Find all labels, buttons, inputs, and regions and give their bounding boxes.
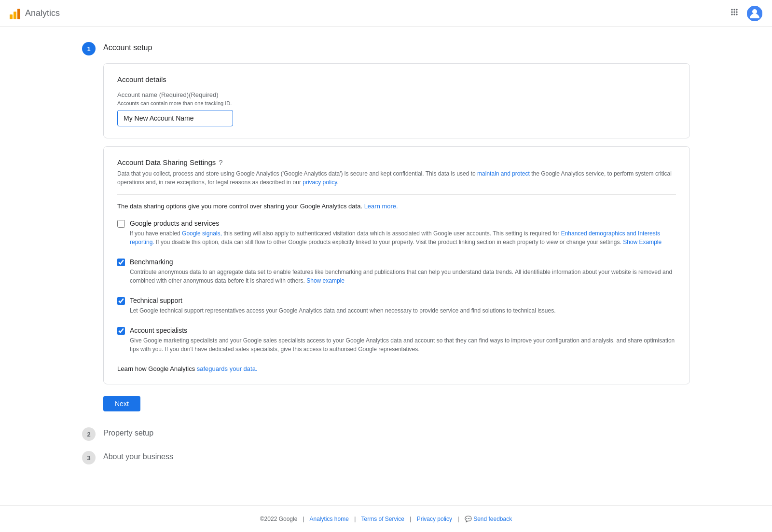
- step-1-label: Account setup: [103, 41, 152, 52]
- checkbox-technical-support-wrapper[interactable]: [117, 297, 125, 306]
- footer-analytics-home-link[interactable]: Analytics home: [310, 516, 349, 522]
- checkbox-technical-support-input[interactable]: [117, 297, 125, 305]
- step-3-row: 3 About your business: [82, 450, 690, 464]
- sharing-intro: The data sharing options give you more c…: [117, 203, 676, 210]
- analytics-logo: [10, 8, 20, 19]
- checkbox-account-specialists: Account specialists Give Google marketin…: [117, 327, 676, 354]
- feedback-icon: 💬: [465, 516, 472, 522]
- main-content: 1 Account setup Account details Account …: [72, 27, 700, 501]
- step-2-circle: 2: [82, 427, 96, 441]
- account-details-title: Account details: [117, 75, 676, 83]
- step-2-label: Property setup: [103, 427, 153, 437]
- step-1-row: 1 Account setup: [82, 41, 690, 55]
- footer-privacy-link[interactable]: Privacy policy: [417, 516, 452, 522]
- step-2-row: 2 Property setup: [82, 427, 690, 441]
- app-title: Analytics: [25, 8, 60, 18]
- step-3-circle: 3: [82, 451, 96, 464]
- checkbox-google-products-content: Google products and services If you have…: [130, 219, 676, 246]
- show-example-google-link[interactable]: Show Example: [623, 239, 662, 246]
- footer-feedback-link[interactable]: Send feedback: [473, 516, 512, 522]
- account-name-hint: Accounts can contain more than one track…: [117, 100, 676, 106]
- learn-more-link[interactable]: Learn more.: [364, 203, 398, 210]
- checkbox-technical-support: Technical support Let Google technical s…: [117, 297, 676, 315]
- account-name-input[interactable]: [117, 110, 233, 126]
- checkbox-account-specialists-title: Account specialists: [130, 327, 676, 334]
- checkbox-account-specialists-input[interactable]: [117, 327, 125, 335]
- app-header: Analytics: [0, 0, 772, 27]
- next-button[interactable]: Next: [103, 396, 140, 411]
- checkbox-google-products-wrapper[interactable]: [117, 220, 125, 229]
- other-steps: 2 Property setup 3 About your business: [82, 427, 690, 464]
- checkbox-benchmarking-content: Benchmarking Contribute anonymous data t…: [130, 258, 676, 285]
- checkbox-google-products-desc: If you have enabled Google signals, this…: [130, 229, 676, 246]
- google-signals-link[interactable]: Google signals,: [182, 230, 222, 237]
- page-footer: ©2022 Google | Analytics home | Terms of…: [0, 505, 772, 532]
- checkbox-benchmarking-input[interactable]: [117, 259, 125, 266]
- checkbox-google-products-title: Google products and services: [130, 219, 676, 227]
- help-icon[interactable]: ?: [219, 158, 222, 166]
- svg-point-1: [752, 9, 757, 14]
- checkbox-technical-support-desc: Let Google technical support representat…: [130, 306, 556, 315]
- account-details-card: Account details Account name (Required)(…: [103, 63, 690, 138]
- maintain-protect-link[interactable]: maintain and protect: [477, 170, 530, 177]
- checkbox-benchmarking-title: Benchmarking: [130, 258, 676, 266]
- step-3-label: About your business: [103, 450, 173, 461]
- data-sharing-subtitle: Data that you collect, process and store…: [117, 169, 676, 187]
- logo-bar-3: [17, 9, 20, 19]
- privacy-policy-link[interactable]: privacy policy: [303, 179, 337, 186]
- step-1-circle: 1: [82, 42, 96, 55]
- checkbox-account-specialists-wrapper[interactable]: [117, 327, 125, 336]
- header-left: Analytics: [10, 8, 60, 19]
- logo-bar-2: [14, 12, 16, 19]
- checkbox-technical-support-content: Technical support Let Google technical s…: [130, 297, 556, 315]
- checkbox-account-specialists-desc: Give Google marketing specialists and yo…: [130, 336, 676, 354]
- footer-copyright: ©2022 Google: [260, 516, 298, 522]
- section-divider: [117, 194, 676, 195]
- checkbox-technical-support-title: Technical support: [130, 297, 556, 304]
- show-example-benchmarking-link[interactable]: Show example: [306, 277, 345, 284]
- header-right: [730, 6, 762, 21]
- checkbox-benchmarking-desc: Contribute anonymous data to an aggregat…: [130, 268, 676, 285]
- checkbox-account-specialists-content: Account specialists Give Google marketin…: [130, 327, 676, 354]
- checkbox-google-products: Google products and services If you have…: [117, 219, 676, 246]
- logo-bar-1: [10, 14, 13, 19]
- grid-icon[interactable]: [730, 7, 739, 19]
- safeguards-link[interactable]: safeguards your data.: [197, 365, 258, 372]
- checkbox-benchmarking-wrapper[interactable]: [117, 259, 125, 268]
- data-sharing-card: Account Data Sharing Settings ? Data tha…: [103, 146, 690, 384]
- user-avatar[interactable]: [747, 6, 762, 21]
- footer-terms-link[interactable]: Terms of Service: [361, 516, 404, 522]
- checkbox-benchmarking: Benchmarking Contribute anonymous data t…: [117, 258, 676, 285]
- checkbox-google-products-input[interactable]: [117, 220, 125, 228]
- account-name-label: Account name (Required)(Required): [117, 91, 676, 98]
- safeguards-line: Learn how Google Analytics safeguards yo…: [117, 365, 676, 372]
- data-sharing-title: Account Data Sharing Settings ?: [117, 158, 676, 166]
